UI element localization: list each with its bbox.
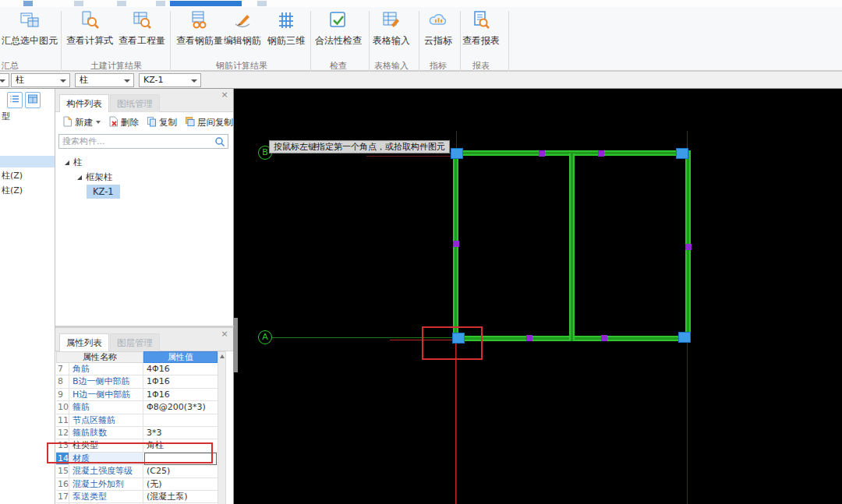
search-input[interactable]	[62, 136, 210, 147]
category-combo[interactable]: 柱	[11, 73, 70, 87]
button-label: 查看计算式	[66, 34, 113, 48]
property-value[interactable]	[143, 414, 218, 426]
beam-handle[interactable]	[685, 244, 692, 250]
property-value[interactable]: 4Φ16	[143, 363, 218, 375]
column-top-left[interactable]	[451, 148, 463, 159]
tree-expand-icon[interactable]	[77, 175, 82, 180]
window-icon-fragment	[23, 1, 33, 6]
ribbon-tab-fragment	[74, 1, 83, 6]
cloud-metric-icon	[427, 9, 449, 32]
property-row[interactable]: 7角筋4Φ16	[56, 363, 218, 375]
property-row[interactable]: 12箍筋肢数3*3	[56, 427, 218, 439]
combo-value: 柱	[80, 75, 88, 85]
property-row[interactable]: 10箍筋Φ8@200(3*3)	[56, 401, 218, 414]
panel-view-button[interactable]	[25, 92, 41, 108]
property-value[interactable]: 1Φ16	[143, 375, 218, 387]
scroll-up-icon[interactable]	[220, 354, 225, 358]
summarize-selected-button[interactable]: 汇总选中图元	[0, 9, 59, 57]
table-input-button[interactable]: 表格输入	[370, 9, 413, 57]
delete-component-button[interactable]: 删除	[106, 115, 141, 131]
ribbon-active-tab[interactable]	[170, 1, 242, 6]
navigation-selected-row[interactable]	[0, 156, 55, 167]
search-icon[interactable]	[214, 136, 225, 150]
tree-leaf-kz1[interactable]: KZ-1	[87, 185, 120, 199]
copy-component-button[interactable]: 复制	[144, 115, 179, 131]
property-value[interactable]: (无)	[143, 478, 218, 490]
panel-collapse-handle[interactable]	[234, 318, 238, 372]
column-bottom-right[interactable]	[678, 332, 691, 343]
close-icon[interactable]: ×	[220, 90, 229, 100]
list-view-button[interactable]	[7, 92, 23, 108]
button-label: 删除	[121, 117, 139, 129]
ribbon-separator	[508, 11, 509, 72]
view-quantity-button[interactable]: 查看工程量	[117, 9, 167, 57]
property-scrollbar[interactable]	[218, 351, 226, 504]
axis-bubble-a[interactable]: A	[258, 330, 272, 344]
chevron-down-icon	[0, 79, 5, 83]
view-report-button[interactable]: 查看报表	[459, 9, 503, 57]
chevron-down-icon	[96, 121, 101, 124]
new-component-button[interactable]: 新建	[60, 115, 103, 131]
tree-node-frame-column[interactable]: 框架柱	[77, 171, 113, 183]
property-name: 节点区箍筋	[69, 414, 143, 426]
button-label: 编辑钢筋	[224, 34, 261, 48]
formula-magnifier-icon	[79, 9, 101, 32]
edit-rebar-button[interactable]: 编辑钢筋	[221, 9, 264, 57]
property-row[interactable]: 15混凝土强度等级(C25)	[56, 465, 218, 478]
window-tab-strip	[0, 0, 842, 7]
drawing-canvas[interactable]: B A 按鼠标左键指定第一个角点，或拾取构件图元	[234, 89, 842, 504]
tab-component-list[interactable]: 构件列表	[59, 94, 109, 112]
new-doc-icon	[62, 116, 73, 129]
beam-handle[interactable]	[598, 150, 604, 157]
view-calculation-button[interactable]: 查看计算式	[65, 9, 115, 57]
row-number: 11	[56, 414, 69, 426]
beam-handle[interactable]	[601, 335, 607, 341]
property-value[interactable]: (C25)	[143, 465, 218, 477]
property-row[interactable]: 17泵送类型(混凝土泵)	[56, 491, 218, 503]
ribbon-tab-fragment	[156, 1, 165, 6]
row-number: 15	[56, 465, 69, 477]
toolbar-overflow-button[interactable]: »	[223, 117, 228, 127]
tree-node-column[interactable]: 柱	[65, 157, 83, 168]
property-row[interactable]: 16混凝土外加剂(无)	[56, 478, 218, 491]
beam-handle[interactable]	[539, 150, 545, 157]
component-combo[interactable]: KZ-1	[139, 73, 201, 87]
ribbon-separator	[310, 11, 311, 72]
tab-property-list[interactable]: 属性列表	[59, 333, 109, 351]
navigation-item[interactable]: 柱(Z)	[2, 185, 23, 196]
tab-drawing-management[interactable]: 图纸管理	[110, 94, 160, 112]
property-value[interactable]: Φ8@200(3*3)	[143, 401, 218, 413]
quantity-table-icon	[131, 9, 153, 32]
property-value[interactable]: (混凝土泵)	[143, 491, 218, 502]
property-row[interactable]: 11节点区箍筋	[56, 414, 218, 427]
close-icon[interactable]: ×	[220, 329, 229, 339]
button-label: 云指标	[424, 34, 452, 48]
copy-doc-icon	[147, 116, 157, 129]
tab-layer-management[interactable]: 图层管理	[110, 333, 160, 351]
button-label: 新建	[75, 117, 93, 129]
row-number: 17	[56, 491, 69, 502]
application-window: 汇总选中图元 汇总 查看计算式 查看工程量 土建计算结果 查看钢筋量	[0, 0, 842, 504]
property-row[interactable]: 9H边一侧中部筋1Φ16	[56, 389, 218, 401]
property-row[interactable]: 8B边一侧中部筋1Φ16	[56, 375, 218, 388]
row-number: 12	[56, 427, 69, 439]
rebar-3d-button[interactable]: 钢筋三维	[264, 9, 308, 57]
search-box	[58, 134, 228, 149]
button-label: 查看报表	[462, 34, 500, 48]
column-top-right[interactable]	[676, 148, 688, 159]
view-rebar-quantity-button[interactable]: 查看钢筋量	[175, 9, 224, 57]
beam-middle[interactable]	[569, 153, 575, 341]
cloud-metric-button[interactable]: 云指标	[419, 9, 457, 57]
property-value[interactable]: 1Φ16	[143, 389, 218, 400]
button-label: 查看钢筋量	[176, 34, 223, 48]
floor-select-combo[interactable]	[0, 73, 9, 87]
validity-check-button[interactable]: 合法性检查	[313, 9, 364, 57]
property-value[interactable]: 3*3	[143, 427, 218, 439]
tree-expand-icon[interactable]	[65, 160, 69, 165]
property-name: 箍筋	[69, 401, 143, 413]
beam-handle[interactable]	[453, 241, 459, 247]
type-combo[interactable]: 柱	[75, 73, 134, 87]
beam-handle[interactable]	[526, 335, 532, 341]
property-name: 箍筋肢数	[69, 427, 143, 439]
navigation-item[interactable]: 柱(Z)	[2, 170, 23, 182]
